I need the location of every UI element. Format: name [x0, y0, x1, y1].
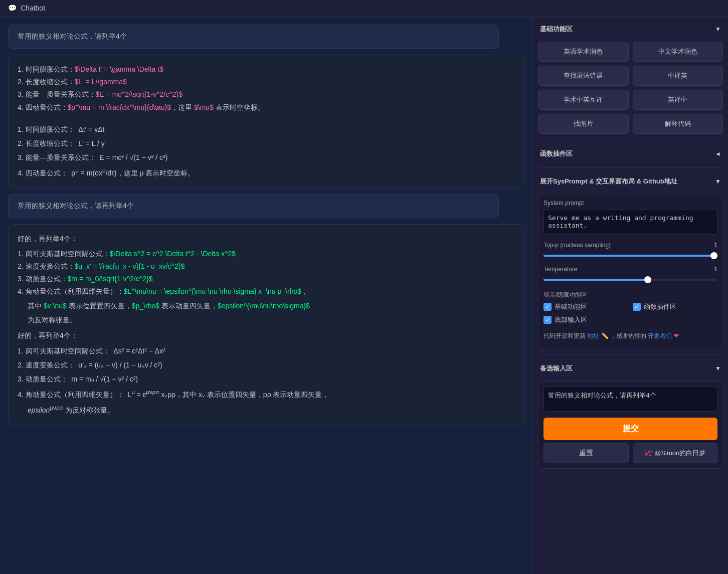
user-message-2-text: 常用的狭义相对论公式，请再列举4个 — [18, 202, 134, 210]
rendered-item-3: 3. 能量—质量关系公式： E = mc² / √(1 − v² / c²) — [18, 150, 515, 164]
ai-latex-item-2-3: 3. 动质量公式：$m = m_0/\sqrt{1-v^2/c^2}$ — [18, 273, 515, 285]
topp-thumb[interactable] — [710, 252, 717, 259]
temp-value: 1 — [707, 266, 717, 273]
btn-find-grammar[interactable]: 查找语法错误 — [538, 66, 629, 86]
rendered-item-2-3: 3. 动质量公式： m = m₀ / √(1 − v² / c²) — [18, 372, 515, 386]
watermark-label: @Simon的白日梦 — [654, 449, 705, 458]
chat-icon: 💬 — [8, 4, 17, 12]
user-message-1: 常用的狭义相对论公式，请列举4个 — [8, 25, 499, 49]
checkbox-grid: ✓ 基础功能区 ✓ 函数插件区 ✓ 底部输入区 — [543, 302, 717, 324]
ai-latex-note-2-4b: 为反对称张量。 — [28, 314, 515, 326]
backup-section-label: 备选输入区 — [540, 364, 573, 373]
ai-latex-note-2-4: 其中 $x \nu$ 表示位置置四矢量，$p_\rho$ 表示动量四矢量，$ep… — [28, 300, 515, 312]
plugin-section-label: 函数插件区 — [540, 149, 573, 158]
weibo-icon: 𝕎 — [644, 449, 652, 457]
footer-contributors[interactable]: 开发者们 — [648, 332, 672, 339]
watermark-button[interactable]: 𝕎 @Simon的白日梦 — [633, 443, 718, 463]
backup-section-header: 备选输入区 ▼ — [538, 361, 723, 376]
temp-thumb[interactable] — [644, 276, 651, 283]
topp-value: 1 — [707, 242, 717, 249]
rendered-item-2: 2. 长度收缩公式： L′ = L / γ — [18, 136, 515, 150]
sysprompt-input[interactable]: Serve me as a writing and programming as… — [543, 210, 717, 235]
btn-en-to-zh[interactable]: 英译中 — [633, 90, 723, 110]
checkbox-basic[interactable]: ✓ 基础功能区 — [543, 302, 629, 311]
heart-icon: ❤ — [674, 332, 679, 339]
sidebar: 基础功能区 ▼ 英语学术润色 中文学术润色 查找语法错误 中译英 学术中英互译 … — [532, 17, 728, 574]
plugin-section-arrow[interactable]: ◄ — [715, 150, 721, 157]
topp-row: Top-p (nucleus sampling) 1 — [543, 242, 717, 249]
btn-explain-code[interactable]: 解释代码 — [633, 114, 723, 134]
ai-latex-item-2-2: 2. 速度变换公式：$u_x' = \frac{u_x - v}{1 - u_x… — [18, 260, 515, 273]
temp-fill — [543, 279, 648, 281]
footer-text: 代码开源和更新 — [543, 332, 586, 339]
bottom-buttons: 重置 𝕎 @Simon的白日梦 — [543, 443, 717, 463]
btn-zh-academic[interactable]: 中文学术润色 — [633, 42, 723, 62]
rendered-item-4: 4. 四动量公式： pμ = m(dxμ/dτ)，这里 μ 表示时空坐标。 — [18, 164, 515, 180]
checkbox-bottom-label: 底部输入区 — [555, 315, 587, 324]
ai-rendered-block-2: 1. 闵可夫斯基时空间隔公式： Δs² = c²Δt² − Δx² 2. 速度变… — [18, 344, 515, 417]
ai-latex-item-4: 4. 四动量公式：$p^\mu = m \frac{dx^\mu}{d\tau}… — [18, 101, 515, 114]
btn-zh-to-en[interactable]: 中译英 — [633, 66, 723, 86]
basic-section-header: 基础功能区 ▼ — [538, 22, 723, 37]
btn-en-academic[interactable]: 英语学术润色 — [538, 42, 629, 62]
btn-academic-translate[interactable]: 学术中英互译 — [538, 90, 629, 110]
ai-latex-item-2-1: 1. 闵可夫斯基时空间隔公式：$\Delta s^2 = c^2 \Delta … — [18, 248, 515, 260]
topp-fill — [543, 255, 717, 257]
ai-intro-2: 好的，再列举4个： — [18, 233, 515, 245]
divider-3 — [538, 354, 723, 355]
user-message-1-text: 常用的狭义相对论公式，请列举4个 — [18, 32, 127, 40]
sysprompt-section-header[interactable]: 展开SysPrompt & 交互界面布局 & Github地址 ▼ — [538, 174, 723, 189]
temp-row: Temperature 1 — [543, 266, 717, 273]
submit-button[interactable]: 提交 — [543, 418, 717, 440]
chat-panel: 常用的狭义相对论公式，请列举4个 1. 时间膨胀公式：$\Delta t' = … — [0, 17, 532, 574]
show-hide-label: 显示/隐藏功能区 — [543, 291, 587, 298]
checkbox-bottom-check: ✓ — [545, 317, 550, 323]
checkbox-bottom-box[interactable]: ✓ — [543, 316, 552, 324]
divider-2 — [538, 167, 723, 168]
checkbox-basic-box[interactable]: ✓ — [543, 303, 552, 311]
footer-link[interactable]: 地址 — [587, 332, 599, 339]
temp-label: Temperature — [543, 266, 577, 273]
sysprompt-section-arrow[interactable]: ▼ — [715, 178, 721, 185]
divider-1 — [538, 140, 723, 140]
footer-links: 代码开源和更新 地址 ✏️ ，感谢热情的 开发者们 ❤ — [543, 329, 717, 343]
ai-latex-item-3: 3. 能量—质量关系公式：$E = mc^2/\sqrt{1-v^2/c^2}$ — [18, 88, 515, 101]
main-layout: 常用的狭义相对论公式，请列举4个 1. 时间膨胀公式：$\Delta t' = … — [0, 17, 728, 574]
rendered-item-2-1: 1. 闵可夫斯基时空间隔公式： Δs² = c²Δt² − Δx² — [18, 344, 515, 358]
temp-slider[interactable] — [543, 275, 717, 285]
ai-latex-item-2-4: 4. 角动量公式（利用四维矢量）：$L^\mu\nu = \epsilon^{\… — [18, 285, 515, 298]
checkbox-bottom[interactable]: ✓ 底部输入区 — [543, 315, 629, 324]
checkbox-plugin[interactable]: ✓ 函数插件区 — [633, 302, 718, 311]
ai-rendered-block-1: 1. 时间膨胀公式： Δt′ = γΔt 2. 长度收缩公式： L′ = L /… — [18, 122, 515, 180]
rendered-item-2-2: 2. 速度变换公式： u′ₓ = (uₓ − v) / (1 − uₓv / c… — [18, 358, 515, 372]
backup-section-arrow[interactable]: ▼ — [715, 365, 721, 372]
rendered-item-1: 1. 时间膨胀公式： Δt′ = γΔt — [18, 122, 515, 136]
backup-input[interactable]: 常用的狭义相对论公式，请再列举4个 — [543, 387, 717, 412]
divider — [18, 118, 515, 118]
show-hide-label-row: 显示/隐藏功能区 — [543, 290, 717, 299]
ai-rendered-intro-2: 好的，再列举4个： — [18, 329, 515, 342]
ai-latex-item-2: 2. 长度收缩公式：$L' = L/\gamma$ — [18, 76, 515, 88]
btn-find-image[interactable]: 找图片 — [538, 114, 629, 134]
topp-label: Top-p (nucleus sampling) — [543, 242, 611, 249]
checkbox-plugin-check: ✓ — [634, 304, 639, 310]
checkbox-basic-label: 基础功能区 — [555, 302, 587, 311]
ai-latex-block-2: 1. 闵可夫斯基时空间隔公式：$\Delta s^2 = c^2 \Delta … — [18, 248, 515, 326]
ai-latex-block-1: 1. 时间膨胀公式：$\Delta t' = \gamma \Delta t$ … — [18, 63, 515, 114]
app-header: 💬 Chatbot — [0, 0, 728, 17]
checkbox-plugin-box[interactable]: ✓ — [633, 303, 641, 311]
basic-section-arrow[interactable]: ▼ — [715, 26, 721, 33]
backup-section: 常用的狭义相对论公式，请再列举4个 提交 重置 𝕎 @Simon的白日梦 — [538, 381, 723, 469]
app-title: Chatbot — [21, 4, 45, 12]
sysprompt-label: System prompt — [543, 200, 717, 207]
ai-message-1: 1. 时间膨胀公式：$\Delta t' = \gamma \Delta t$ … — [8, 55, 524, 188]
sysprompt-section-label: 展开SysPrompt & 交互界面布局 & Github地址 — [540, 177, 677, 186]
checkbox-plugin-label: 函数插件区 — [644, 302, 676, 311]
footer-thanks: ，感谢热情的 — [610, 332, 646, 339]
reset-button[interactable]: 重置 — [543, 443, 629, 463]
rendered-item-2-4: 4. 角动量公式（利用四维矢量）： Lμ = εμνρσ xᵥpρ，其中 xᵥ … — [18, 386, 515, 402]
user-message-2: 常用的狭义相对论公式，请再列举4个 — [8, 194, 499, 218]
topp-slider[interactable] — [543, 251, 717, 261]
ai-message-2: 好的，再列举4个： 1. 闵可夫斯基时空间隔公式：$\Delta s^2 = c… — [8, 224, 524, 425]
sysprompt-section: System prompt Serve me as a writing and … — [538, 194, 723, 348]
